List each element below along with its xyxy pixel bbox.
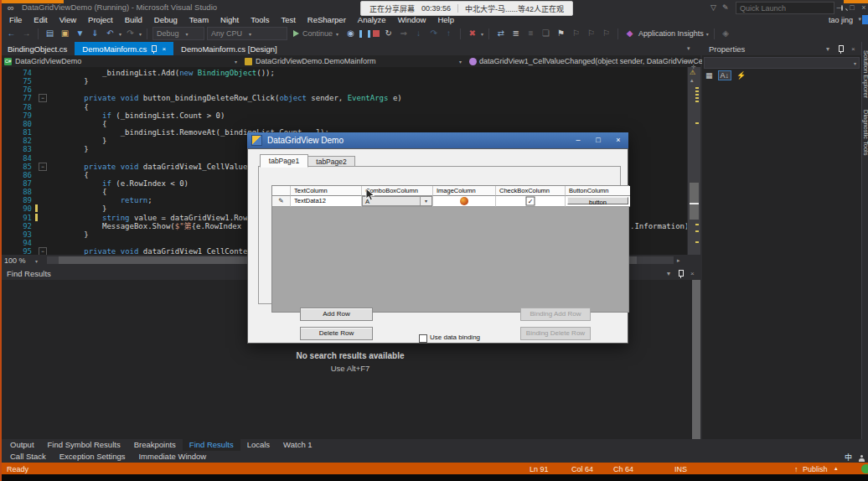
alphabetical-icon[interactable]: A↓ [718, 70, 732, 80]
pin-icon[interactable] [679, 270, 684, 278]
undo-icon[interactable]: ↶ [104, 27, 116, 40]
window-menu-caret-icon[interactable]: ▾ [667, 270, 670, 277]
notifications-icon[interactable]: 中 [845, 452, 852, 463]
step-into-icon[interactable]: ↓ [412, 27, 425, 40]
signed-in-user[interactable]: tao jing [829, 16, 853, 24]
editor-zoom-level[interactable]: 100 % [4, 256, 26, 265]
publish-caret-icon[interactable]: ▴ [834, 465, 838, 472]
categorized-icon[interactable]: ▦ [704, 71, 715, 80]
menu-night[interactable]: Night [214, 15, 245, 25]
solution-platform-dropdown[interactable]: Any CPU▾ [207, 27, 287, 40]
tab-tabpage1[interactable]: tabPage1 [260, 154, 308, 168]
application-insights-label[interactable]: Application Insights [638, 29, 704, 38]
close-tab-icon[interactable]: × [162, 45, 166, 53]
grid-column-header-buttoncolumn[interactable]: ButtonColumn [566, 186, 630, 196]
grid-column-header-textcolumn[interactable]: TextColumn [291, 186, 362, 196]
step-over-icon[interactable]: ↷ [427, 27, 440, 40]
doc-tab-demomainform-cs[interactable]: DemoMainform.cs× [75, 42, 173, 55]
pin-icon[interactable] [152, 44, 157, 54]
breakpoint-caret-icon[interactable]: ▾ [481, 31, 483, 37]
scrollbar-thumb[interactable] [690, 183, 699, 220]
user-presence-icon[interactable] [859, 458, 865, 462]
menu-debug[interactable]: Debug [148, 15, 183, 25]
tool-tab-find-symbol-results[interactable]: Find Symbol Results [41, 439, 127, 451]
document-list-caret-icon[interactable]: ▾ [687, 45, 690, 52]
editor-vertical-scrollbar[interactable]: ✛ ⚠ ▴ ▾ [687, 67, 700, 266]
publish-button[interactable]: Publish [803, 465, 828, 473]
tool-tab-watch-1[interactable]: Watch 1 [276, 439, 319, 451]
properties-header[interactable]: Properties ▾ × [702, 42, 861, 55]
menu-file[interactable]: File [3, 15, 28, 25]
binding-delete-row-button[interactable]: Binding Delete Row [520, 327, 591, 340]
tool-tab-output[interactable]: Output [3, 439, 41, 451]
save-icon[interactable]: ▼ [74, 27, 86, 40]
doc-tab-bindingobject-cs[interactable]: BindingObject.cs [0, 42, 75, 55]
close-button[interactable]: × [858, 3, 868, 13]
grid-column-header-imagecolumn[interactable]: ImageColumn [433, 186, 496, 196]
filter-icon[interactable]: ▽ [710, 3, 716, 12]
member-dropdown-caret-icon[interactable]: ▾ [685, 59, 688, 65]
quick-launch-input[interactable] [736, 4, 841, 13]
tool-tab-exception-settings[interactable]: Exception Settings [53, 451, 132, 463]
delete-row-button[interactable]: Delete Row [300, 327, 373, 340]
close-panel-icon[interactable]: × [851, 45, 855, 53]
bookmark-icon[interactable]: ⚑ [555, 27, 567, 40]
user-avatar[interactable] [862, 15, 868, 24]
solution-configuration-dropdown[interactable]: Debug▾ [152, 27, 204, 40]
auto-hide-tab-solution-explorer[interactable]: Solution Explorer [862, 50, 868, 98]
binding-add-row-button[interactable]: Binding Add Row [520, 308, 591, 321]
datagridview[interactable]: TextColumnComboBoxColumnImageColumnCheck… [271, 185, 629, 313]
project-dropdown-caret-icon[interactable]: ▾ [235, 59, 237, 65]
dialog-close-button[interactable]: × [608, 134, 628, 147]
menu-help[interactable]: Help [431, 15, 460, 25]
menu-analyze[interactable]: Analyze [352, 15, 392, 25]
breadcrumb-type[interactable]: DataGridViewDemo.DemoMainform [256, 57, 375, 65]
text-cell[interactable]: TextData12 [291, 196, 362, 207]
menu-window[interactable]: Window [392, 15, 432, 25]
menu-edit[interactable]: Edit [28, 15, 53, 25]
redo-caret-icon[interactable]: ▾ [139, 31, 142, 37]
next-bookmark-icon[interactable]: ⚐ [585, 27, 597, 40]
user-menu-caret-icon[interactable]: ▾ [858, 16, 861, 23]
find-results-scrollbar[interactable] [692, 280, 700, 439]
dialog-minimize-button[interactable]: – [568, 134, 588, 147]
close-panel-icon[interactable]: × [690, 270, 695, 277]
grid-data-row[interactable]: ✎ TextData12 A ▾ ✓ [272, 196, 630, 207]
intellitrace-icon[interactable]: ◉ [344, 27, 357, 40]
menu-resharper[interactable]: ReSharper [302, 15, 352, 25]
clear-bookmarks-icon[interactable]: ⚐ [600, 27, 612, 40]
breadcrumb-project[interactable]: DataGridViewDemo [15, 57, 81, 65]
stop-debugging-icon[interactable] [373, 30, 380, 37]
events-icon[interactable]: ⚡ [735, 71, 747, 80]
menu-project[interactable]: Project [82, 15, 119, 25]
type-dropdown-caret-icon[interactable]: ▾ [459, 59, 462, 65]
dialog-title-bar[interactable]: DataGridView Demo – □ × [247, 132, 628, 148]
cell-button[interactable]: button [567, 197, 628, 204]
menu-tools[interactable]: Tools [245, 15, 275, 25]
save-all-icon[interactable]: ⇓ [89, 27, 101, 40]
zoom-caret-icon[interactable]: ▾ [35, 258, 38, 264]
sync-with-active-document-icon[interactable]: ⇄ [494, 27, 507, 40]
use-data-binding-checkbox[interactable] [419, 334, 427, 343]
pin-icon[interactable] [839, 45, 844, 54]
menu-test[interactable]: Test [275, 15, 301, 25]
grid-column-header-checkboxcolumn[interactable]: CheckBoxColumn [496, 186, 566, 196]
restart-icon[interactable]: ↻ [382, 27, 395, 40]
feedback-icon[interactable]: ✎ [722, 3, 729, 12]
window-menu-caret-icon[interactable]: ▾ [826, 45, 829, 53]
navigate-backward-icon[interactable]: ← [5, 27, 18, 40]
tool-tab-find-results[interactable]: Find Results [183, 439, 240, 451]
show-next-statement-icon[interactable]: ⇒ [397, 27, 410, 40]
navigate-forward-icon[interactable]: → [20, 27, 33, 40]
scroll-up-icon[interactable]: ▴ [690, 77, 694, 84]
fold-collapse-icon[interactable]: − [39, 247, 47, 255]
tool-tab-immediate-window[interactable]: Immediate Window [132, 451, 213, 463]
redo-icon[interactable]: ↷ [124, 27, 137, 40]
cell-checkbox[interactable]: ✓ [526, 197, 535, 206]
step-out-icon[interactable]: ↑ [442, 27, 455, 40]
tool-tab-breakpoints[interactable]: Breakpoints [127, 439, 183, 451]
navigate-list-icon[interactable]: ≡ [524, 27, 537, 40]
add-row-button[interactable]: Add Row [300, 308, 373, 321]
breakpoint-settings-icon[interactable]: ✖ [466, 27, 478, 40]
menu-view[interactable]: View [54, 15, 82, 25]
